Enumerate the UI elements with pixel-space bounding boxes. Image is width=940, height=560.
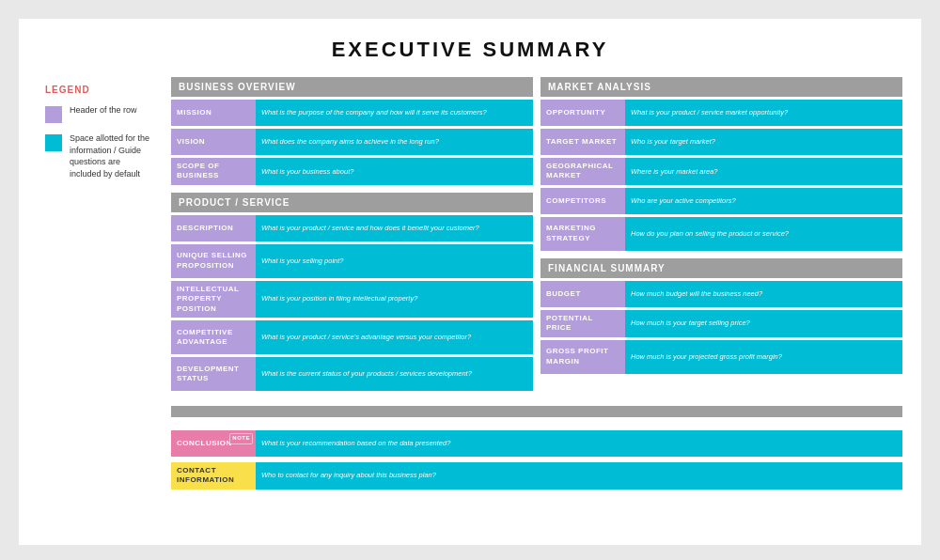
market-analysis-header: MARKET ANALYSIS <box>540 77 902 97</box>
scope-label: SCOPE OF BUSINESS <box>171 158 256 185</box>
dev-status-label: DEVELOPMENT STATUS <box>171 357 256 391</box>
ipp-content: What is your position in filing intellec… <box>256 281 533 318</box>
contact-info-label: CONTACT INFORMATION <box>171 462 256 490</box>
contact-info-row: CONTACT INFORMATION Who to contact for a… <box>171 462 902 490</box>
potential-price-label: POTENTIAL PRICE <box>540 310 625 337</box>
product-service-section: PRODUCT / SERVICE DESCRIPTION What is yo… <box>171 193 533 391</box>
geo-market-row: GEOGRAPHICAL MARKET Where is your market… <box>540 158 902 185</box>
description-content: What is your product / service and how d… <box>256 215 533 241</box>
marketing-strategy-row: MARKETING STRATEGY How do you plan on se… <box>540 217 902 251</box>
financial-summary-header: FINANCIAL SUMMARY <box>540 258 902 278</box>
financial-summary-section: FINANCIAL SUMMARY BUDGET How much budget… <box>540 258 902 374</box>
top-two-col: BUSINESS OVERVIEW MISSION What is the pu… <box>171 77 902 391</box>
usp-row: UNIQUE SELLING PROPOSITION What is your … <box>171 244 533 278</box>
product-service-header: PRODUCT / SERVICE <box>171 193 533 212</box>
opportunity-content: What is your product / service market op… <box>625 100 902 126</box>
usp-content: What is your selling point? <box>256 244 533 278</box>
mission-label: MISSION <box>171 100 256 126</box>
geo-market-content: Where is your market area? <box>625 158 902 185</box>
page-wrapper: EXECUTIVE SUMMARY LEGEND Header of the r… <box>19 19 921 545</box>
right-column: MARKET ANALYSIS OPPORTUNITY What is your… <box>540 77 902 391</box>
gross-profit-label: GROSS PROFIT MARGIN <box>540 340 625 374</box>
usp-label: UNIQUE SELLING PROPOSITION <box>171 244 256 278</box>
budget-label: BUDGET <box>540 281 625 307</box>
legend-swatch-purple <box>45 106 62 123</box>
legend-item-cyan: Space allotted for the information / Gui… <box>45 132 152 179</box>
bottom-rows: CONCLUSION Note What is your recommendat… <box>171 428 902 490</box>
competitors-row: COMPETITORS Who are your active competit… <box>540 188 902 214</box>
dev-status-row: DEVELOPMENT STATUS What is the current s… <box>171 357 533 391</box>
competitors-label: COMPETITORS <box>540 188 625 214</box>
legend-item-purple: Header of the row <box>45 104 152 123</box>
mission-content: What is the purpose of the company and h… <box>256 100 533 126</box>
description-row: DESCRIPTION What is your product / servi… <box>171 215 533 241</box>
budget-content: How much budget will the business need? <box>625 281 902 307</box>
potential-price-content: How much is your target selling price? <box>625 310 902 337</box>
potential-price-row: POTENTIAL PRICE How much is your target … <box>540 310 902 337</box>
opportunity-row: OPPORTUNITY What is your product / servi… <box>540 100 902 126</box>
gross-profit-row: GROSS PROFIT MARGIN How much is your pro… <box>540 340 902 374</box>
geo-market-label: GEOGRAPHICAL MARKET <box>540 158 625 185</box>
business-overview-section: BUSINESS OVERVIEW MISSION What is the pu… <box>171 77 533 391</box>
legend-panel: LEGEND Header of the row Space allotted … <box>38 77 160 490</box>
mission-row: MISSION What is the purpose of the compa… <box>171 100 533 126</box>
target-market-content: Who is your target market? <box>625 129 902 155</box>
gross-profit-content: How much is your projected gross profit … <box>625 340 902 374</box>
vision-row: VISION What does the company aims to ach… <box>171 129 533 155</box>
business-overview-header: BUSINESS OVERVIEW <box>171 77 533 97</box>
comp-adv-label: COMPETITIVE ADVANTAGE <box>171 320 256 354</box>
budget-row: BUDGET How much budget will the business… <box>540 281 902 307</box>
vision-content: What does the company aims to achieve in… <box>256 129 533 155</box>
page-title: EXECUTIVE SUMMARY <box>38 38 902 62</box>
legend-title: LEGEND <box>45 85 152 95</box>
comp-adv-row: COMPETITIVE ADVANTAGE What is your produ… <box>171 320 533 354</box>
conclusion-content: What is your recommendation based on the… <box>256 430 902 457</box>
vision-label: VISION <box>171 129 256 155</box>
divider-gray <box>171 406 902 417</box>
scope-content: What is your business about? <box>256 158 533 185</box>
comp-adv-content: What is your product / service's advanta… <box>256 320 533 354</box>
target-market-row: TARGET MARKET Who is your target market? <box>540 129 902 155</box>
conclusion-row: CONCLUSION Note What is your recommendat… <box>171 430 902 457</box>
ipp-row: INTELLECTUAL PROPERTY POSITION What is y… <box>171 281 533 318</box>
marketing-strategy-label: MARKETING STRATEGY <box>540 217 625 251</box>
scope-row: SCOPE OF BUSINESS What is your business … <box>171 158 533 185</box>
target-market-label: TARGET MARKET <box>540 129 625 155</box>
market-analysis-section: MARKET ANALYSIS OPPORTUNITY What is your… <box>540 77 902 251</box>
legend-text-purple: Header of the row <box>70 104 137 117</box>
content-area: LEGEND Header of the row Space allotted … <box>38 77 902 490</box>
description-label: DESCRIPTION <box>171 215 256 241</box>
conclusion-label: CONCLUSION Note <box>171 430 256 457</box>
marketing-strategy-content: How do you plan on selling the product o… <box>625 217 902 251</box>
opportunity-label: OPPORTUNITY <box>540 100 625 126</box>
competitors-content: Who are your active competitors? <box>625 188 902 214</box>
legend-text-cyan: Space allotted for the information / Gui… <box>70 132 152 179</box>
legend-swatch-cyan <box>45 134 62 151</box>
contact-info-content: Who to contact for any inquiry about thi… <box>256 462 902 490</box>
main-content: BUSINESS OVERVIEW MISSION What is the pu… <box>171 77 902 490</box>
ipp-label: INTELLECTUAL PROPERTY POSITION <box>171 281 256 318</box>
dev-status-content: What is the current status of your produ… <box>256 357 533 391</box>
